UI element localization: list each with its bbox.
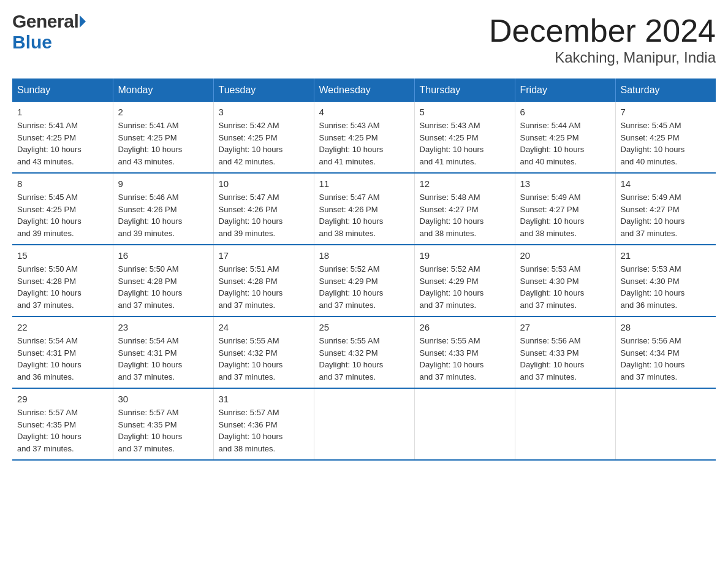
day-number: 20 xyxy=(520,250,610,261)
day-number: 19 xyxy=(420,250,510,261)
table-row: 10Sunrise: 5:47 AM Sunset: 4:26 PM Dayli… xyxy=(213,173,314,245)
day-info: Sunrise: 5:55 AM Sunset: 4:32 PM Dayligh… xyxy=(219,335,309,383)
day-number: 24 xyxy=(219,322,309,332)
day-info: Sunrise: 5:43 AM Sunset: 4:25 PM Dayligh… xyxy=(319,120,409,167)
table-row: 6Sunrise: 5:44 AM Sunset: 4:25 PM Daylig… xyxy=(515,102,615,173)
day-info: Sunrise: 5:57 AM Sunset: 4:35 PM Dayligh… xyxy=(118,407,208,454)
table-row: 22Sunrise: 5:54 AM Sunset: 4:31 PM Dayli… xyxy=(12,316,113,388)
day-info: Sunrise: 5:55 AM Sunset: 4:33 PM Dayligh… xyxy=(420,335,510,383)
day-number: 8 xyxy=(17,178,108,189)
table-row: 7Sunrise: 5:45 AM Sunset: 4:25 PM Daylig… xyxy=(615,102,716,173)
table-row: 30Sunrise: 5:57 AM Sunset: 4:35 PM Dayli… xyxy=(113,388,213,460)
day-info: Sunrise: 5:55 AM Sunset: 4:32 PM Dayligh… xyxy=(319,335,409,383)
table-row: 23Sunrise: 5:54 AM Sunset: 4:31 PM Dayli… xyxy=(113,316,213,388)
table-row: 1Sunrise: 5:41 AM Sunset: 4:25 PM Daylig… xyxy=(12,102,113,173)
table-row: 27Sunrise: 5:56 AM Sunset: 4:33 PM Dayli… xyxy=(515,316,615,388)
day-info: Sunrise: 5:53 AM Sunset: 4:30 PM Dayligh… xyxy=(520,263,610,311)
day-info: Sunrise: 5:49 AM Sunset: 4:27 PM Dayligh… xyxy=(621,191,711,239)
table-row: 2Sunrise: 5:41 AM Sunset: 4:25 PM Daylig… xyxy=(113,102,213,173)
day-number: 26 xyxy=(420,322,510,332)
day-number: 22 xyxy=(17,322,108,332)
table-row: 21Sunrise: 5:53 AM Sunset: 4:30 PM Dayli… xyxy=(615,245,716,316)
calendar-table: Sunday Monday Tuesday Wednesday Thursday… xyxy=(12,79,716,461)
day-info: Sunrise: 5:45 AM Sunset: 4:25 PM Dayligh… xyxy=(621,120,711,167)
table-row xyxy=(615,388,716,460)
day-number: 31 xyxy=(219,394,309,404)
day-number: 16 xyxy=(118,250,208,261)
header-thursday: Thursday xyxy=(414,79,515,102)
day-info: Sunrise: 5:50 AM Sunset: 4:28 PM Dayligh… xyxy=(17,263,108,311)
day-info: Sunrise: 5:51 AM Sunset: 4:28 PM Dayligh… xyxy=(219,263,309,311)
table-row: 31Sunrise: 5:57 AM Sunset: 4:36 PM Dayli… xyxy=(213,388,314,460)
table-row: 8Sunrise: 5:45 AM Sunset: 4:25 PM Daylig… xyxy=(12,173,113,245)
day-info: Sunrise: 5:49 AM Sunset: 4:27 PM Dayligh… xyxy=(520,191,610,239)
day-number: 17 xyxy=(219,250,309,261)
day-info: Sunrise: 5:41 AM Sunset: 4:25 PM Dayligh… xyxy=(118,120,208,167)
day-info: Sunrise: 5:47 AM Sunset: 4:26 PM Dayligh… xyxy=(319,191,409,239)
day-number: 14 xyxy=(621,178,711,189)
day-info: Sunrise: 5:54 AM Sunset: 4:31 PM Dayligh… xyxy=(118,335,208,383)
logo: General Blue xyxy=(12,12,87,53)
day-info: Sunrise: 5:48 AM Sunset: 4:27 PM Dayligh… xyxy=(420,191,510,239)
month-title: December 2024 xyxy=(489,12,716,49)
day-number: 11 xyxy=(319,178,409,189)
table-row: 17Sunrise: 5:51 AM Sunset: 4:28 PM Dayli… xyxy=(213,245,314,316)
day-info: Sunrise: 5:44 AM Sunset: 4:25 PM Dayligh… xyxy=(520,120,610,167)
day-number: 29 xyxy=(17,394,108,404)
table-row: 5Sunrise: 5:43 AM Sunset: 4:25 PM Daylig… xyxy=(414,102,515,173)
header-wednesday: Wednesday xyxy=(314,79,414,102)
table-row: 20Sunrise: 5:53 AM Sunset: 4:30 PM Dayli… xyxy=(515,245,615,316)
day-info: Sunrise: 5:56 AM Sunset: 4:33 PM Dayligh… xyxy=(520,335,610,383)
calendar-week-row: 22Sunrise: 5:54 AM Sunset: 4:31 PM Dayli… xyxy=(12,316,716,388)
table-row: 13Sunrise: 5:49 AM Sunset: 4:27 PM Dayli… xyxy=(515,173,615,245)
logo-blue-text: Blue xyxy=(12,32,52,53)
table-row: 11Sunrise: 5:47 AM Sunset: 4:26 PM Dayli… xyxy=(314,173,414,245)
header-row: Sunday Monday Tuesday Wednesday Thursday… xyxy=(12,79,716,102)
day-number: 2 xyxy=(118,107,208,117)
title-area: December 2024 Kakching, Manipur, India xyxy=(489,12,716,66)
header: General Blue December 2024 Kakching, Man… xyxy=(12,12,716,66)
day-info: Sunrise: 5:46 AM Sunset: 4:26 PM Dayligh… xyxy=(118,191,208,239)
day-number: 4 xyxy=(319,107,409,117)
calendar-week-row: 8Sunrise: 5:45 AM Sunset: 4:25 PM Daylig… xyxy=(12,173,716,245)
day-info: Sunrise: 5:57 AM Sunset: 4:35 PM Dayligh… xyxy=(17,407,108,454)
header-monday: Monday xyxy=(113,79,213,102)
day-info: Sunrise: 5:47 AM Sunset: 4:26 PM Dayligh… xyxy=(219,191,309,239)
day-number: 18 xyxy=(319,250,409,261)
logo-general-text: General xyxy=(12,12,78,31)
day-info: Sunrise: 5:52 AM Sunset: 4:29 PM Dayligh… xyxy=(420,263,510,311)
day-number: 25 xyxy=(319,322,409,332)
location-title: Kakching, Manipur, India xyxy=(489,49,716,66)
day-number: 1 xyxy=(17,107,108,117)
calendar-week-row: 1Sunrise: 5:41 AM Sunset: 4:25 PM Daylig… xyxy=(12,102,716,173)
header-sunday: Sunday xyxy=(12,79,113,102)
table-row: 9Sunrise: 5:46 AM Sunset: 4:26 PM Daylig… xyxy=(113,173,213,245)
table-row: 25Sunrise: 5:55 AM Sunset: 4:32 PM Dayli… xyxy=(314,316,414,388)
table-row: 3Sunrise: 5:42 AM Sunset: 4:25 PM Daylig… xyxy=(213,102,314,173)
table-row: 28Sunrise: 5:56 AM Sunset: 4:34 PM Dayli… xyxy=(615,316,716,388)
table-row: 19Sunrise: 5:52 AM Sunset: 4:29 PM Dayli… xyxy=(414,245,515,316)
calendar-week-row: 29Sunrise: 5:57 AM Sunset: 4:35 PM Dayli… xyxy=(12,388,716,460)
day-number: 15 xyxy=(17,250,108,261)
header-tuesday: Tuesday xyxy=(213,79,314,102)
table-row: 29Sunrise: 5:57 AM Sunset: 4:35 PM Dayli… xyxy=(12,388,113,460)
table-row: 16Sunrise: 5:50 AM Sunset: 4:28 PM Dayli… xyxy=(113,245,213,316)
day-info: Sunrise: 5:54 AM Sunset: 4:31 PM Dayligh… xyxy=(17,335,108,383)
table-row: 14Sunrise: 5:49 AM Sunset: 4:27 PM Dayli… xyxy=(615,173,716,245)
day-number: 28 xyxy=(621,322,711,332)
logo-triangle-icon xyxy=(80,15,86,28)
day-number: 21 xyxy=(621,250,711,261)
day-info: Sunrise: 5:42 AM Sunset: 4:25 PM Dayligh… xyxy=(219,120,309,167)
day-number: 23 xyxy=(118,322,208,332)
day-info: Sunrise: 5:57 AM Sunset: 4:36 PM Dayligh… xyxy=(219,407,309,454)
day-info: Sunrise: 5:41 AM Sunset: 4:25 PM Dayligh… xyxy=(17,120,108,167)
day-number: 9 xyxy=(118,178,208,189)
table-row: 12Sunrise: 5:48 AM Sunset: 4:27 PM Dayli… xyxy=(414,173,515,245)
table-row xyxy=(414,388,515,460)
day-info: Sunrise: 5:53 AM Sunset: 4:30 PM Dayligh… xyxy=(621,263,711,311)
day-info: Sunrise: 5:43 AM Sunset: 4:25 PM Dayligh… xyxy=(420,120,510,167)
day-info: Sunrise: 5:56 AM Sunset: 4:34 PM Dayligh… xyxy=(621,335,711,383)
day-number: 6 xyxy=(520,107,610,117)
table-row: 26Sunrise: 5:55 AM Sunset: 4:33 PM Dayli… xyxy=(414,316,515,388)
day-number: 10 xyxy=(219,178,309,189)
